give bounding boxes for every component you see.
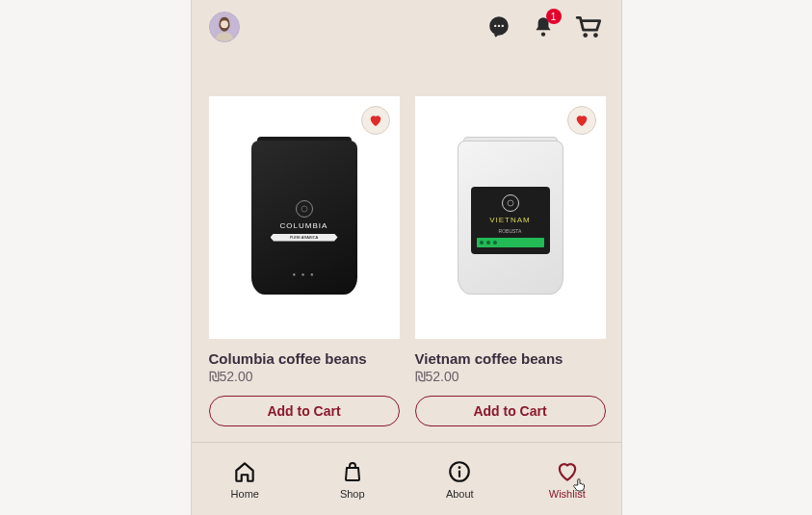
nav-home[interactable]: Home [206,459,283,500]
wishlist-content: COLUMBIA PURE ARABICA ● ● ● Columbia cof… [192,48,621,442]
svg-point-4 [494,25,496,27]
bottom-nav: Home Shop About Wishlist [192,442,621,515]
svg-point-7 [540,32,544,36]
cart-button[interactable] [575,14,604,39]
top-bar-actions: 1 [486,14,604,39]
cart-icon [575,14,604,39]
svg-point-2 [221,20,228,28]
avatar[interactable] [209,12,240,42]
nav-shop[interactable]: Shop [314,459,391,500]
product-card: VIETNAM ROBUSTA Vietnam coffee beans ₪52… [415,96,606,426]
bag-label-text: COLUMBIA [280,221,328,230]
info-icon [447,459,472,484]
top-bar: 1 [192,0,621,48]
wishlist-toggle[interactable] [567,106,596,135]
svg-point-9 [593,33,598,38]
chat-button[interactable] [486,14,511,39]
bag-icon [341,459,364,484]
heart-icon [574,113,589,128]
nav-label: Shop [340,488,365,500]
notifications-button[interactable]: 1 [531,14,556,39]
chat-icon [486,14,511,39]
product-price: ₪52.00 [415,369,606,384]
svg-point-11 [508,200,513,206]
svg-point-5 [497,25,499,27]
svg-point-13 [458,466,461,469]
svg-point-10 [301,206,307,212]
svg-point-8 [583,33,588,38]
product-name: Columbia coffee beans [209,350,400,367]
bag-label-text: VIETNAM [489,216,531,224]
wishlist-toggle[interactable] [361,106,390,135]
nav-wishlist[interactable]: Wishlist [529,459,606,500]
heart-outline-icon [555,459,580,484]
notification-badge: 1 [546,9,562,24]
avatar-image [210,13,239,41]
product-price: ₪52.00 [209,369,400,384]
product-card: COLUMBIA PURE ARABICA ● ● ● Columbia cof… [209,96,400,426]
coffee-bag-white: VIETNAM ROBUSTA [458,141,563,295]
app-frame: 1 [191,0,622,515]
svg-point-6 [501,25,503,27]
nav-label: About [446,488,474,500]
product-image[interactable]: VIETNAM ROBUSTA [415,96,606,339]
nav-label: Wishlist [549,488,586,500]
nav-label: Home [231,488,259,500]
product-grid: COLUMBIA PURE ARABICA ● ● ● Columbia cof… [209,96,604,426]
home-icon [232,459,257,484]
svg-rect-14 [458,470,460,477]
coffee-bag-black: COLUMBIA PURE ARABICA ● ● ● [251,141,357,295]
product-name: Vietnam coffee beans [415,350,606,367]
heart-icon [368,113,383,128]
product-image[interactable]: COLUMBIA PURE ARABICA ● ● ● [209,96,400,339]
nav-about[interactable]: About [421,459,498,500]
add-to-cart-button[interactable]: Add to Cart [209,396,400,426]
add-to-cart-button[interactable]: Add to Cart [415,396,606,426]
